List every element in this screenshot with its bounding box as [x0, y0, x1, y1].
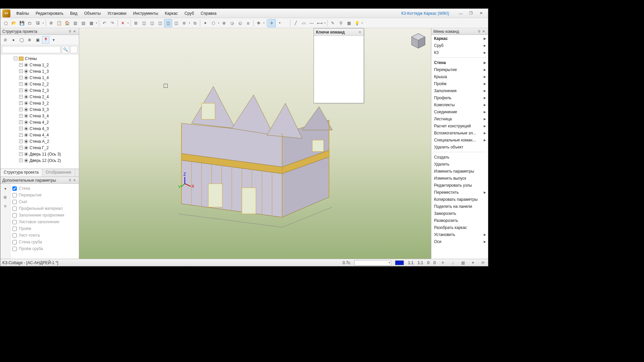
pin-icon[interactable]: ⚲	[67, 29, 72, 33]
view-iso4-icon[interactable]: ◫	[164, 19, 172, 27]
pin-icon[interactable]: ⚲	[67, 178, 72, 182]
wand-icon[interactable]: ⚲	[337, 19, 345, 27]
toolbar-dropdown-7[interactable]: ▾	[324, 22, 326, 24]
rect-icon[interactable]: ▭	[300, 19, 308, 27]
expand-icon[interactable]: +	[19, 69, 23, 73]
folder-icon[interactable]: 🗀	[26, 19, 34, 27]
cmd-item[interactable]: Стена▶	[431, 59, 488, 66]
toolbar-dropdown-3[interactable]: ▾	[127, 22, 129, 24]
tree-item[interactable]: +Стена 1_4	[0, 74, 79, 81]
param-row[interactable]: Стена	[12, 185, 77, 192]
tab-structure[interactable]: Структура проекта	[0, 169, 42, 177]
pencil-icon[interactable]: ✎	[329, 19, 337, 27]
sb-icon-3[interactable]: ▦	[460, 260, 466, 266]
tree-item[interactable]: +Стена 3_2	[0, 100, 79, 106]
cmd-item[interactable]: Лестница▶	[431, 115, 488, 122]
expand-icon[interactable]: +	[19, 108, 23, 111]
cmd-item[interactable]: Комплекты▶	[431, 101, 488, 108]
tree-item[interactable]: +Стена Г_2	[0, 144, 79, 151]
param-checkbox[interactable]	[12, 206, 17, 211]
sb-icon-4[interactable]: ✦	[470, 260, 476, 266]
tree-item[interactable]: +Стена 4_2	[0, 119, 79, 125]
minimize-button[interactable]: —	[456, 10, 466, 17]
param-checkbox[interactable]	[12, 200, 17, 204]
save-icon[interactable]: 💾	[18, 19, 26, 27]
expand-icon[interactable]: +	[19, 63, 23, 67]
cmd-item[interactable]: Каркас▶	[431, 35, 488, 42]
expand-icon[interactable]: +	[19, 127, 23, 130]
tool-d-icon[interactable]: ◵	[236, 19, 244, 27]
clipboard-icon[interactable]: 📋	[55, 19, 63, 27]
toolbar-dropdown-5[interactable]: ▾	[217, 22, 220, 24]
command-keys-panel[interactable]: Ключи команд ✕	[314, 28, 364, 103]
bulb-icon[interactable]: 💡	[353, 19, 361, 27]
status-dropdown[interactable]: ▾	[354, 260, 391, 265]
cmd-item[interactable]: Изменить выпуск	[431, 175, 488, 182]
cmd-item[interactable]: Копировать параметры	[431, 196, 488, 203]
new-icon[interactable]: ▢	[2, 19, 10, 27]
gear-icon[interactable]: ⚙	[47, 19, 55, 27]
target-icon[interactable]: ⊕	[220, 19, 228, 27]
save-as-icon[interactable]: 🖫	[34, 19, 42, 27]
search-icon[interactable]: 🔍	[62, 46, 69, 53]
expand-icon[interactable]: +	[19, 159, 23, 162]
view-iso1-icon[interactable]: ◫	[140, 19, 148, 27]
expand-icon[interactable]: +	[19, 120, 23, 124]
tree-item[interactable]: +Дверь 11 (Ось 3)	[0, 151, 79, 157]
tree-item[interactable]: +Стена 3_3	[0, 106, 79, 113]
line-icon[interactable]: ╱	[291, 19, 300, 27]
cmd-item[interactable]: Установить▶	[431, 231, 488, 238]
sb-icon-2[interactable]: ⟂	[450, 260, 456, 266]
hline-icon[interactable]: —	[308, 19, 316, 27]
menu-log[interactable]: Сруб	[181, 10, 197, 17]
menu-files[interactable]: Файлы	[13, 10, 32, 17]
gear2-icon[interactable]: ⚙	[2, 194, 8, 200]
3d-viewport[interactable]: X Y Z Ключи команд ✕	[79, 28, 431, 259]
cmd-item[interactable]: Проём▶	[431, 80, 488, 87]
cmd-item[interactable]: Удалить	[431, 161, 488, 168]
cmd-item[interactable]: Профиль▶	[431, 94, 488, 101]
param-checkbox[interactable]	[12, 227, 17, 231]
param-checkbox[interactable]	[12, 247, 17, 251]
expand-icon[interactable]: +	[19, 95, 23, 99]
menu-frame[interactable]: Каркас	[162, 10, 181, 17]
toolbar-dropdown-2[interactable]: ▾	[95, 22, 98, 24]
tool-a-icon[interactable]: ✦	[201, 19, 209, 27]
close-panel-icon[interactable]: ✕	[481, 29, 486, 33]
snap-icon[interactable]: ✥	[255, 19, 263, 27]
cmd-item[interactable]: Заморозить	[431, 210, 488, 217]
tree-item[interactable]: +Дверь 12 (Ось 2)	[0, 157, 79, 164]
view-iso3-icon[interactable]: ◫	[156, 19, 164, 27]
snap2-icon[interactable]: ✛	[268, 19, 276, 27]
delete-icon[interactable]: ✕	[119, 19, 127, 27]
param-row[interactable]: Скат	[12, 198, 77, 205]
tree-item[interactable]: +Стена 3_4	[0, 113, 79, 119]
cmd-item[interactable]: Разморозить	[431, 217, 488, 224]
orbit-icon[interactable]: ⊚	[180, 19, 188, 27]
tab-display[interactable]: Отображение	[42, 169, 75, 177]
cmd-item[interactable]: Редактировать узлы	[431, 182, 488, 189]
cmd-item[interactable]: Разобрать каркас	[431, 224, 488, 231]
expand-icon[interactable]: +	[19, 152, 23, 156]
cmd-item[interactable]: Удалить объект	[431, 143, 488, 150]
toolbar-dropdown-4[interactable]: ▾	[188, 22, 191, 24]
param-checkbox[interactable]	[12, 186, 17, 191]
view-iso2-icon[interactable]: ◫	[148, 19, 156, 27]
color-swatch[interactable]	[395, 260, 404, 265]
param-checkbox[interactable]	[12, 240, 17, 244]
param-row[interactable]: Проём	[12, 225, 77, 232]
dim-icon[interactable]: ⟷	[316, 19, 324, 27]
redo-icon[interactable]: ↷	[108, 19, 116, 27]
toolbar-dropdown-8[interactable]: ▾	[361, 22, 364, 24]
cmd-item[interactable]: Изменить параметры	[431, 168, 488, 175]
menu-edit[interactable]: Редактировать	[33, 10, 66, 17]
menu-view[interactable]: Вид	[67, 10, 80, 17]
param-checkbox[interactable]	[12, 213, 17, 218]
menu-tools[interactable]: Инструменты	[130, 10, 161, 17]
cmd-item[interactable]: Поделить на панели	[431, 203, 488, 210]
sb-icon-5[interactable]: ⟳	[480, 260, 486, 266]
cmd-item[interactable]: Перекрытие▶	[431, 66, 488, 73]
tree-item[interactable]: +Стена А_2	[0, 138, 79, 144]
tool-c-icon[interactable]: ◶	[228, 19, 236, 27]
st-btn-5[interactable]: ▣	[34, 36, 41, 44]
